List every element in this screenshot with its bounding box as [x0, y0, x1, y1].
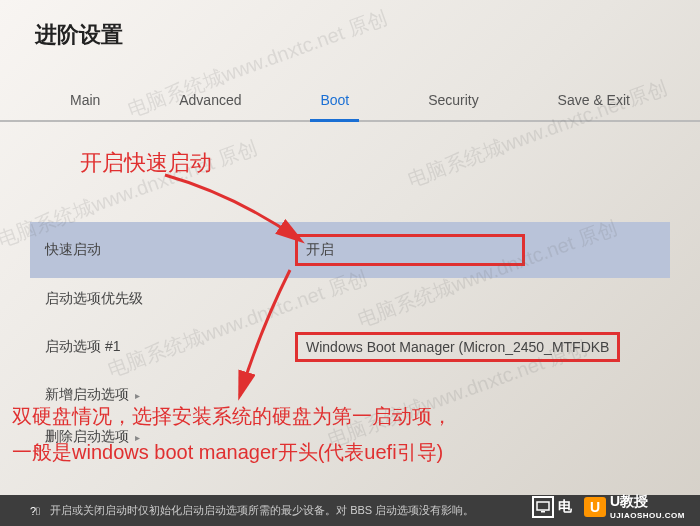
help-text: 开启或关闭启动时仅初始化启动启动选项所需的最少设备。对 BBS 启动选项没有影响…: [50, 503, 474, 518]
fast-boot-label: 快速启动: [45, 241, 295, 259]
svg-rect-2: [537, 502, 549, 510]
annotation-text-2: 双硬盘情况，选择安装系统的硬盘为第一启动项， 一般是windows boot m…: [12, 398, 452, 470]
tab-main[interactable]: Main: [60, 80, 110, 120]
help-icon: ?⃝: [30, 505, 40, 517]
row-boot-option-1[interactable]: 启动选项 #1 Windows Boot Manager (Micron_245…: [30, 320, 670, 374]
logo-area: 电 U U教授 UJIAOSHOU.COM: [532, 493, 685, 520]
tab-save-exit[interactable]: Save & Exit: [548, 80, 640, 120]
boot-option-1-label: 启动选项 #1: [45, 338, 295, 356]
brand-logo-1: 电: [532, 496, 572, 518]
brand-2-text: U教授: [610, 493, 685, 511]
boot-priority-label: 启动选项优先级: [45, 290, 295, 308]
page-title: 进阶设置: [0, 0, 700, 50]
annotation-text-1: 开启快速启动: [80, 148, 212, 178]
annotation-highlight-box: 开启: [295, 234, 525, 266]
fast-boot-value[interactable]: 开启: [295, 234, 655, 266]
brand-2-letter: U: [584, 497, 606, 517]
annotation-highlight-box: Windows Boot Manager (Micron_2450_MTFDKB: [295, 332, 620, 362]
tab-bar: Main Advanced Boot Security Save & Exit: [0, 80, 700, 122]
boot-option-1-value[interactable]: Windows Boot Manager (Micron_2450_MTFDKB: [295, 332, 655, 362]
tab-advanced[interactable]: Advanced: [169, 80, 251, 120]
tab-boot[interactable]: Boot: [310, 80, 359, 120]
tab-security[interactable]: Security: [418, 80, 489, 120]
brand-logo-2: U U教授 UJIAOSHOU.COM: [584, 493, 685, 520]
annotation-line: 一般是windows boot manager开头(代表uefi引导): [12, 434, 452, 470]
row-boot-priority: 启动选项优先级: [30, 278, 670, 320]
row-fast-boot[interactable]: 快速启动 开启: [30, 222, 670, 278]
svg-rect-3: [541, 511, 545, 513]
monitor-icon: [532, 496, 554, 518]
brand-1-text: 电: [558, 498, 572, 516]
brand-2-sub: UJIAOSHOU.COM: [610, 511, 685, 520]
annotation-line: 双硬盘情况，选择安装系统的硬盘为第一启动项，: [12, 398, 452, 434]
help-bar: ?⃝ 开启或关闭启动时仅初始化启动启动选项所需的最少设备。对 BBS 启动选项没…: [0, 495, 700, 526]
